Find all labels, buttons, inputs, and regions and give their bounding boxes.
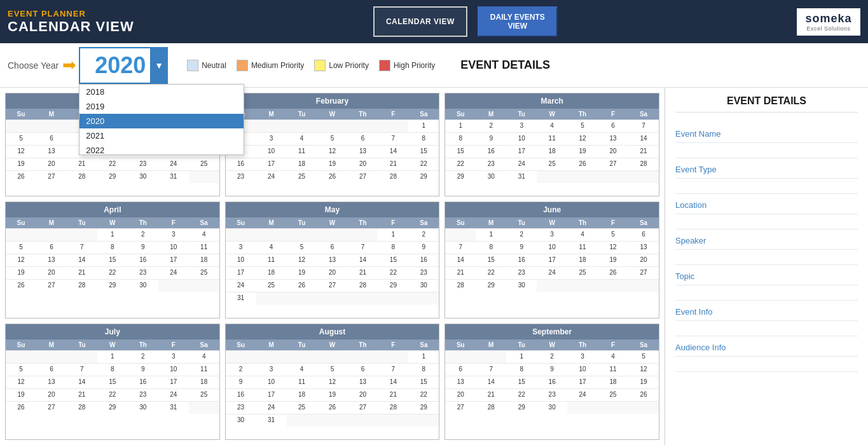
day-cell[interactable]: 23 — [226, 170, 256, 183]
day-cell[interactable]: 14 — [476, 376, 506, 388]
day-cell[interactable]: 6 — [36, 241, 67, 254]
day-cell[interactable]: 1 — [506, 350, 537, 363]
day-cell[interactable]: 7 — [476, 363, 506, 376]
day-cell[interactable]: 22 — [476, 266, 506, 279]
day-cell[interactable]: 28 — [378, 401, 408, 414]
year-option-2019[interactable]: 2019 — [79, 99, 244, 114]
day-cell[interactable]: 30 — [408, 279, 439, 292]
day-cell[interactable]: 19 — [567, 145, 598, 158]
day-cell[interactable]: 10 — [537, 241, 567, 254]
day-cell[interactable]: 29 — [97, 401, 128, 414]
day-cell[interactable]: 18 — [287, 158, 317, 170]
day-cell[interactable]: 8 — [506, 363, 537, 376]
day-cell[interactable]: 22 — [97, 158, 128, 170]
year-option-2018[interactable]: 2018 — [79, 85, 244, 99]
day-cell[interactable]: 7 — [445, 241, 476, 254]
day-cell[interactable]: 19 — [287, 266, 317, 279]
day-cell[interactable]: 3 — [158, 350, 189, 363]
day-cell[interactable]: 5 — [6, 363, 36, 376]
day-cell[interactable]: 8 — [97, 363, 128, 376]
day-cell[interactable]: 18 — [189, 254, 219, 266]
day-cell[interactable]: 18 — [537, 145, 567, 158]
day-cell[interactable]: 19 — [598, 254, 628, 266]
day-cell[interactable]: 9 — [476, 132, 506, 145]
day-cell[interactable]: 2 — [226, 363, 256, 376]
day-cell[interactable]: 23 — [128, 158, 158, 170]
day-cell[interactable]: 28 — [445, 279, 476, 292]
field-value-speaker[interactable] — [675, 250, 858, 265]
day-cell[interactable]: 16 — [128, 376, 158, 388]
day-cell[interactable]: 19 — [317, 388, 348, 401]
day-cell[interactable]: 30 — [128, 401, 158, 414]
day-cell[interactable]: 17 — [506, 145, 537, 158]
day-cell[interactable]: 5 — [287, 241, 317, 254]
day-cell[interactable]: 27 — [347, 170, 378, 183]
day-cell[interactable]: 11 — [287, 145, 317, 158]
day-cell[interactable]: 22 — [97, 266, 128, 279]
day-cell[interactable]: 21 — [476, 388, 506, 401]
day-cell[interactable]: 9 — [408, 241, 439, 254]
day-cell[interactable]: 1 — [445, 120, 476, 132]
day-cell[interactable]: 18 — [256, 266, 287, 279]
day-cell[interactable]: 9 — [226, 376, 256, 388]
day-cell[interactable]: 24 — [256, 170, 287, 183]
day-cell[interactable]: 31 — [158, 401, 189, 414]
day-cell[interactable]: 10 — [256, 376, 287, 388]
year-option-2020[interactable]: 2020 — [79, 114, 244, 128]
day-cell[interactable]: 24 — [537, 266, 567, 279]
day-cell[interactable]: 5 — [317, 363, 348, 376]
day-cell[interactable]: 12 — [6, 145, 36, 158]
day-cell[interactable]: 27 — [445, 401, 476, 414]
day-cell[interactable]: 17 — [158, 376, 189, 388]
day-cell[interactable]: 14 — [445, 254, 476, 266]
day-cell[interactable]: 22 — [378, 266, 408, 279]
day-cell[interactable]: 20 — [317, 266, 348, 279]
day-cell[interactable]: 15 — [97, 254, 128, 266]
day-cell[interactable]: 5 — [628, 350, 659, 363]
day-cell[interactable]: 4 — [287, 132, 317, 145]
day-cell[interactable]: 3 — [226, 241, 256, 254]
day-cell[interactable]: 21 — [378, 388, 408, 401]
day-cell[interactable]: 13 — [317, 254, 348, 266]
day-cell[interactable]: 24 — [158, 158, 189, 170]
day-cell[interactable]: 16 — [226, 158, 256, 170]
year-option-2022[interactable]: 2022 — [79, 143, 244, 154]
day-cell[interactable]: 1 — [408, 350, 439, 363]
day-cell[interactable]: 28 — [378, 170, 408, 183]
day-cell[interactable]: 19 — [6, 388, 36, 401]
day-cell[interactable]: 27 — [347, 401, 378, 414]
day-cell[interactable]: 10 — [256, 145, 287, 158]
day-cell[interactable]: 14 — [347, 254, 378, 266]
day-cell[interactable]: 24 — [226, 279, 256, 292]
day-cell[interactable]: 17 — [537, 254, 567, 266]
day-cell[interactable]: 29 — [506, 401, 537, 414]
day-cell[interactable]: 21 — [67, 266, 97, 279]
day-cell[interactable]: 10 — [158, 241, 189, 254]
day-cell[interactable]: 27 — [36, 279, 67, 292]
day-cell[interactable]: 20 — [628, 254, 659, 266]
day-cell[interactable]: 2 — [506, 228, 537, 241]
day-cell[interactable]: 30 — [128, 170, 158, 183]
day-cell[interactable]: 2 — [128, 228, 158, 241]
day-cell[interactable]: 17 — [256, 158, 287, 170]
day-cell[interactable]: 21 — [378, 158, 408, 170]
day-cell[interactable]: 4 — [287, 363, 317, 376]
day-cell[interactable]: 15 — [408, 145, 439, 158]
day-cell[interactable]: 15 — [476, 254, 506, 266]
day-cell[interactable]: 18 — [189, 376, 219, 388]
day-cell[interactable]: 24 — [506, 158, 537, 170]
day-cell[interactable]: 3 — [506, 120, 537, 132]
field-value-location[interactable] — [675, 214, 858, 229]
day-cell[interactable]: 22 — [506, 388, 537, 401]
day-cell[interactable]: 12 — [6, 254, 36, 266]
day-cell[interactable]: 8 — [445, 132, 476, 145]
day-cell[interactable]: 6 — [347, 132, 378, 145]
day-cell[interactable]: 12 — [6, 376, 36, 388]
day-cell[interactable]: 7 — [67, 363, 97, 376]
field-value-event-info[interactable] — [675, 321, 858, 336]
day-cell[interactable]: 25 — [189, 158, 219, 170]
day-cell[interactable]: 26 — [567, 158, 598, 170]
day-cell[interactable]: 29 — [408, 170, 439, 183]
day-cell[interactable]: 29 — [476, 279, 506, 292]
day-cell[interactable]: 5 — [567, 120, 598, 132]
